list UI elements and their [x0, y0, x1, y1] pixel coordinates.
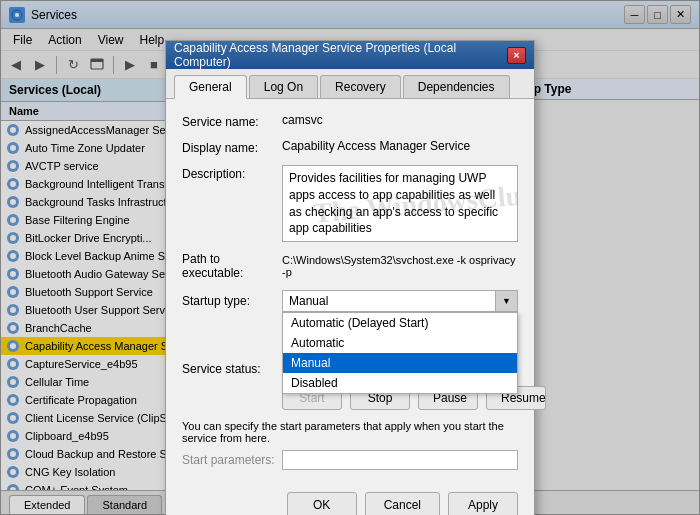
startup-select-display[interactable]: Manual ▼: [282, 290, 518, 312]
modal-overlay: Capability Access Manager Service Proper…: [0, 0, 700, 515]
path-row: Path to executable: C:\Windows\System32\…: [182, 252, 518, 280]
service-name-value: camsvc: [282, 113, 518, 127]
status-label: Service status:: [182, 362, 282, 376]
startup-selected-value: Manual: [289, 294, 328, 308]
tab-dependencies[interactable]: Dependencies: [403, 75, 510, 98]
startup-label: Startup type:: [182, 294, 282, 308]
ok-button[interactable]: OK: [287, 492, 357, 515]
startup-row: Startup type: Manual ▼ Automatic (Delaye…: [182, 290, 518, 312]
dialog-footer: OK Cancel Apply: [166, 484, 534, 515]
dialog-title-text: Capability Access Manager Service Proper…: [174, 41, 507, 69]
path-value: C:\Windows\System32\svchost.exe -k ospri…: [282, 254, 518, 278]
properties-dialog: Capability Access Manager Service Proper…: [165, 40, 535, 515]
apply-button[interactable]: Apply: [448, 492, 518, 515]
service-name-label: Service name:: [182, 113, 282, 129]
dialog-content: Service name: camsvc Display name: Capab…: [166, 99, 534, 484]
display-name-row: Display name: Capability Access Manager …: [182, 139, 518, 155]
dropdown-arrow-icon: ▼: [495, 291, 517, 311]
dialog-title-bar: Capability Access Manager Service Proper…: [166, 41, 534, 69]
dropdown-option-automatic[interactable]: Automatic: [283, 333, 517, 353]
dropdown-option-disabled[interactable]: Disabled: [283, 373, 517, 393]
params-note: You can specify the start parameters tha…: [182, 420, 518, 444]
startup-select-wrapper: Manual ▼ Automatic (Delayed Start) Autom…: [282, 290, 518, 312]
path-label: Path to executable:: [182, 252, 282, 280]
tab-logon[interactable]: Log On: [249, 75, 318, 98]
description-label: Description:: [182, 165, 282, 181]
service-name-row: Service name: camsvc: [182, 113, 518, 129]
display-name-label: Display name:: [182, 139, 282, 155]
description-text: Provides facilities for managing UWP app…: [289, 171, 498, 235]
main-window: Services ─ □ ✕ File Action View Help ◀ ▶…: [0, 0, 700, 515]
cancel-button[interactable]: Cancel: [365, 492, 440, 515]
dialog-tabs: General Log On Recovery Dependencies: [166, 69, 534, 99]
startup-dropdown: Automatic (Delayed Start) Automatic Manu…: [282, 312, 518, 394]
dropdown-option-auto-delayed[interactable]: Automatic (Delayed Start): [283, 313, 517, 333]
params-row: Start parameters:: [182, 450, 518, 470]
params-label: Start parameters:: [182, 453, 282, 467]
dialog-close-button[interactable]: ×: [507, 47, 526, 64]
display-name-value: Capability Access Manager Service: [282, 139, 518, 153]
tab-recovery[interactable]: Recovery: [320, 75, 401, 98]
tab-general[interactable]: General: [174, 75, 247, 99]
params-input[interactable]: [282, 450, 518, 470]
description-row: Description: Provides facilities for man…: [182, 165, 518, 242]
description-box: Provides facilities for managing UWP app…: [282, 165, 518, 242]
dropdown-option-manual[interactable]: Manual: [283, 353, 517, 373]
